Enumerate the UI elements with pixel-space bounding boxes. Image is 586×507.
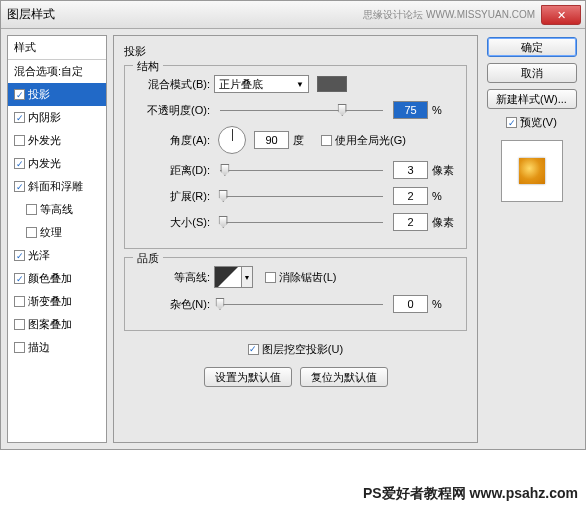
page-footer: PS爱好者教程网 www.psahz.com bbox=[363, 485, 578, 503]
spread-label: 扩展(R): bbox=[135, 189, 210, 204]
quality-legend: 品质 bbox=[133, 251, 163, 266]
style-item[interactable]: 描边 bbox=[8, 336, 106, 359]
style-item-label: 光泽 bbox=[28, 248, 50, 263]
style-checkbox[interactable] bbox=[14, 89, 25, 100]
new-style-button[interactable]: 新建样式(W)... bbox=[487, 89, 577, 109]
style-item-label: 外发光 bbox=[28, 133, 61, 148]
ok-button[interactable]: 确定 bbox=[487, 37, 577, 57]
style-item[interactable]: 外发光 bbox=[8, 129, 106, 152]
window-title: 图层样式 bbox=[7, 6, 55, 23]
style-list-panel: 样式 混合选项:自定 投影内阴影外发光内发光斜面和浮雕等高线纹理光泽颜色叠加渐变… bbox=[7, 35, 107, 443]
size-slider[interactable] bbox=[220, 215, 383, 229]
noise-slider[interactable] bbox=[220, 297, 383, 311]
style-checkbox[interactable] bbox=[14, 158, 25, 169]
close-button[interactable]: ✕ bbox=[541, 5, 581, 25]
chevron-down-icon: ▼ bbox=[296, 80, 304, 89]
style-checkbox[interactable] bbox=[14, 296, 25, 307]
style-checkbox[interactable] bbox=[14, 112, 25, 123]
titlebar: 图层样式 思缘设计论坛 WWW.MISSYUAN.COM ✕ bbox=[1, 1, 585, 29]
style-checkbox[interactable] bbox=[14, 342, 25, 353]
spread-slider[interactable] bbox=[220, 189, 383, 203]
style-checkbox[interactable] bbox=[14, 181, 25, 192]
style-item-label: 投影 bbox=[28, 87, 50, 102]
style-item[interactable]: 内发光 bbox=[8, 152, 106, 175]
style-item-label: 纹理 bbox=[40, 225, 62, 240]
style-item[interactable]: 斜面和浮雕 bbox=[8, 175, 106, 198]
size-label: 大小(S): bbox=[135, 215, 210, 230]
knockout-checkbox[interactable]: 图层挖空投影(U) bbox=[248, 342, 343, 357]
style-item-label: 颜色叠加 bbox=[28, 271, 72, 286]
antialias-checkbox[interactable]: 消除锯齿(L) bbox=[265, 270, 336, 285]
angle-label: 角度(A): bbox=[135, 133, 210, 148]
angle-input[interactable]: 90 bbox=[254, 131, 289, 149]
make-default-button[interactable]: 设置为默认值 bbox=[204, 367, 292, 387]
style-checkbox[interactable] bbox=[14, 135, 25, 146]
preview-swatch bbox=[519, 158, 545, 184]
settings-panel: 投影 结构 混合模式(B): 正片叠底▼ 不透明度(O): 75 % bbox=[113, 35, 478, 443]
blend-mode-select[interactable]: 正片叠底▼ bbox=[214, 75, 309, 93]
structure-legend: 结构 bbox=[133, 59, 163, 74]
global-light-checkbox[interactable]: 使用全局光(G) bbox=[321, 133, 406, 148]
angle-dial[interactable] bbox=[218, 126, 246, 154]
distance-slider[interactable] bbox=[220, 163, 383, 177]
panel-title: 投影 bbox=[124, 44, 467, 59]
contour-dropdown[interactable]: ▼ bbox=[242, 266, 253, 288]
blend-mode-label: 混合模式(B): bbox=[135, 77, 210, 92]
contour-label: 等高线: bbox=[135, 270, 210, 285]
spread-input[interactable]: 2 bbox=[393, 187, 428, 205]
style-checkbox[interactable] bbox=[26, 204, 37, 215]
style-checkbox[interactable] bbox=[14, 250, 25, 261]
style-item[interactable]: 光泽 bbox=[8, 244, 106, 267]
style-item-label: 内阴影 bbox=[28, 110, 61, 125]
opacity-slider[interactable] bbox=[220, 103, 383, 117]
noise-input[interactable]: 0 bbox=[393, 295, 428, 313]
style-list-header: 样式 bbox=[8, 36, 106, 60]
opacity-label: 不透明度(O): bbox=[135, 103, 210, 118]
style-checkbox[interactable] bbox=[14, 273, 25, 284]
cancel-button[interactable]: 取消 bbox=[487, 63, 577, 83]
style-item[interactable]: 内阴影 bbox=[8, 106, 106, 129]
style-checkbox[interactable] bbox=[26, 227, 37, 238]
distance-input[interactable]: 3 bbox=[393, 161, 428, 179]
contour-picker[interactable] bbox=[214, 266, 242, 288]
style-item-label: 描边 bbox=[28, 340, 50, 355]
style-item[interactable]: 颜色叠加 bbox=[8, 267, 106, 290]
layer-style-dialog: 图层样式 思缘设计论坛 WWW.MISSYUAN.COM ✕ 样式 混合选项:自… bbox=[0, 0, 586, 450]
style-checkbox[interactable] bbox=[14, 319, 25, 330]
size-input[interactable]: 2 bbox=[393, 213, 428, 231]
style-item[interactable]: 图案叠加 bbox=[8, 313, 106, 336]
watermark: 思缘设计论坛 WWW.MISSYUAN.COM bbox=[363, 8, 535, 22]
style-item[interactable]: 等高线 bbox=[8, 198, 106, 221]
shadow-color-swatch[interactable] bbox=[317, 76, 347, 92]
opacity-input[interactable]: 75 bbox=[393, 101, 428, 119]
preview-checkbox[interactable]: 预览(V) bbox=[506, 115, 557, 130]
style-item-label: 斜面和浮雕 bbox=[28, 179, 83, 194]
style-item[interactable]: 纹理 bbox=[8, 221, 106, 244]
style-item-label: 图案叠加 bbox=[28, 317, 72, 332]
style-item-label: 内发光 bbox=[28, 156, 61, 171]
structure-fieldset: 结构 混合模式(B): 正片叠底▼ 不透明度(O): 75 % 角度(A): bbox=[124, 65, 467, 249]
blend-options-item[interactable]: 混合选项:自定 bbox=[8, 60, 106, 83]
style-item[interactable]: 投影 bbox=[8, 83, 106, 106]
distance-label: 距离(D): bbox=[135, 163, 210, 178]
style-item-label: 等高线 bbox=[40, 202, 73, 217]
noise-label: 杂色(N): bbox=[135, 297, 210, 312]
quality-fieldset: 品质 等高线: ▼ 消除锯齿(L) 杂色(N): 0 % bbox=[124, 257, 467, 331]
preview-box bbox=[501, 140, 563, 202]
reset-default-button[interactable]: 复位为默认值 bbox=[300, 367, 388, 387]
style-item[interactable]: 渐变叠加 bbox=[8, 290, 106, 313]
action-panel: 确定 取消 新建样式(W)... 预览(V) bbox=[484, 35, 579, 443]
style-item-label: 渐变叠加 bbox=[28, 294, 72, 309]
